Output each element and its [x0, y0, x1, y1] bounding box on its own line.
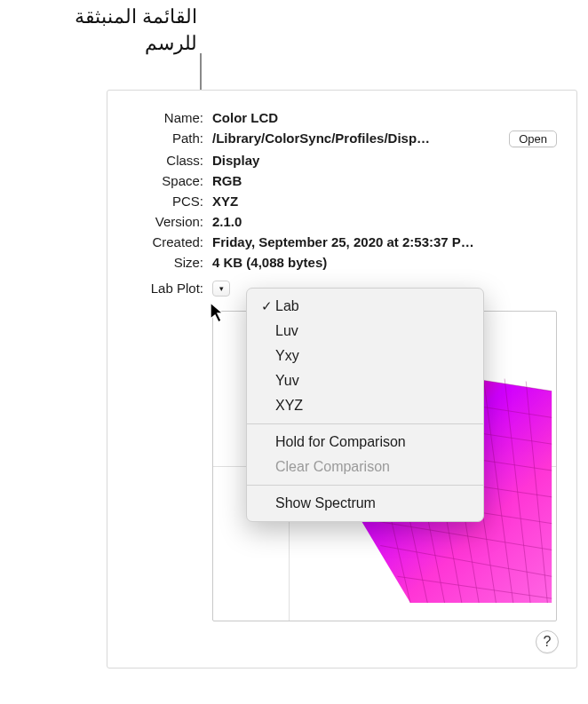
menu-item-label: Lab [275, 298, 299, 314]
created-value: Friday, September 25, 2020 at 2:53:37 P… [212, 234, 479, 249]
menu-item-label: Show Spectrum [275, 495, 376, 511]
path-label: Path: [127, 131, 203, 146]
version-value: 2.1.0 [212, 214, 479, 229]
menu-item-label: XYZ [275, 398, 303, 414]
help-button[interactable]: ? [536, 630, 559, 653]
menu-item-label: Luv [275, 323, 298, 339]
check-icon: ✓ [258, 298, 275, 314]
menu-item-hold-comparison[interactable]: Hold for Comparison [247, 430, 483, 455]
size-value: 4 KB (4,088 bytes) [212, 255, 479, 270]
space-label: Space: [127, 173, 203, 188]
info-grid: Name: Color LCD Path: /Library/ColorSync… [127, 110, 557, 270]
class-label: Class: [127, 153, 203, 168]
pcs-label: PCS: [127, 194, 203, 209]
menu-item-clear-comparison: Clear Comparison [247, 455, 483, 479]
plot-popup-trigger[interactable]: ▾ [212, 281, 230, 297]
plot-popup-menu: ✓ Lab Luv Yxy Yuv XYZ Hold for [246, 288, 484, 522]
help-icon: ? [544, 634, 552, 650]
menu-item-label: Yxy [275, 348, 299, 364]
version-label: Version: [127, 214, 203, 229]
menu-item-luv[interactable]: Luv [247, 319, 483, 344]
name-label: Name: [127, 110, 203, 125]
menu-item-label: Yuv [275, 373, 299, 389]
lab-plot-label: Lab Plot: [127, 281, 203, 621]
pcs-value: XYZ [212, 194, 479, 209]
menu-item-show-spectrum[interactable]: Show Spectrum [247, 491, 483, 516]
chevron-down-icon: ▾ [219, 284, 224, 293]
callout-line2: للرسم [18, 30, 197, 57]
menu-item-yuv[interactable]: Yuv [247, 368, 483, 393]
path-value: /Library/ColorSync/Profiles/Disp… [212, 131, 459, 146]
menu-item-xyz[interactable]: XYZ [247, 393, 483, 418]
menu-separator [247, 423, 483, 424]
space-value: RGB [212, 173, 479, 188]
callout-line1: القائمة المنبثقة [18, 4, 197, 30]
name-value: Color LCD [212, 110, 479, 125]
created-label: Created: [127, 234, 203, 249]
profile-panel: Name: Color LCD Path: /Library/ColorSync… [107, 90, 577, 668]
callout-annotation: القائمة المنبثقة للرسم [18, 4, 197, 56]
menu-item-yxy[interactable]: Yxy [247, 344, 483, 368]
menu-item-label: Clear Comparison [275, 459, 390, 475]
size-label: Size: [127, 255, 203, 270]
open-button[interactable]: Open [509, 131, 557, 147]
menu-item-label: Hold for Comparison [275, 434, 406, 450]
lab-plot-row: Lab Plot: ▾ [127, 281, 557, 618]
class-value: Display [212, 153, 479, 168]
menu-item-lab[interactable]: ✓ Lab [247, 294, 483, 319]
menu-separator [247, 485, 483, 486]
